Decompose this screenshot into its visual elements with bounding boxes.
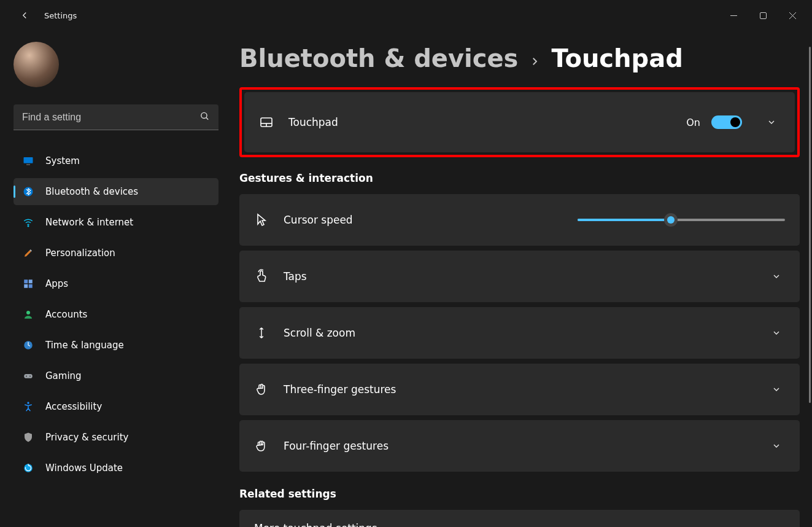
scroll-zoom-card[interactable]: Scroll & zoom [239,307,800,359]
svg-rect-11 [29,279,33,283]
sidebar-item-accessibility[interactable]: Accessibility [14,393,218,420]
avatar[interactable] [14,42,59,87]
section-heading-gestures: Gestures & interaction [239,172,800,184]
sidebar-item-privacy[interactable]: Privacy & security [14,424,218,451]
svg-rect-16 [24,374,33,378]
card-label: Touchpad [288,116,338,128]
card-label: Taps [284,270,307,283]
clock-globe-icon [22,339,34,351]
touchpad-toggle-card[interactable]: Touchpad On [244,92,795,152]
three-finger-card[interactable]: Three-finger gestures [239,364,800,415]
sidebar-item-label: Accounts [45,309,87,320]
sidebar-item-label: Personalization [45,248,115,259]
back-button[interactable] [12,3,37,28]
card-label: Three-finger gestures [284,383,396,396]
sidebar-item-label: Apps [45,278,68,289]
main-content: Bluetooth & devices Touchpad Touchpad On [227,31,812,527]
svg-point-19 [27,402,29,404]
touchpad-icon [259,114,274,130]
wifi-icon [22,216,34,228]
chevron-right-icon [529,55,540,70]
svg-rect-13 [29,284,33,288]
close-button[interactable] [778,6,807,25]
svg-point-9 [28,225,29,227]
sidebar-item-gaming[interactable]: Gaming [14,362,218,389]
person-icon [22,308,34,321]
gamepad-icon [22,370,34,382]
paintbrush-icon [22,247,34,259]
cursor-speed-slider[interactable] [578,213,785,227]
chevron-down-icon [768,385,785,394]
maximize-icon [760,12,767,19]
search-input[interactable] [14,104,218,130]
svg-point-4 [201,112,207,118]
three-finger-icon [254,382,269,397]
accessibility-icon [22,400,34,413]
section-heading-related: Related settings [239,488,800,500]
breadcrumb: Bluetooth & devices Touchpad [239,44,800,72]
page-title: Touchpad [551,44,682,72]
shield-icon [22,431,34,443]
svg-point-14 [26,311,30,314]
cursor-speed-card: Cursor speed [239,194,800,246]
svg-rect-6 [24,157,33,163]
tap-icon [254,269,269,284]
app-title: Settings [44,11,77,20]
sidebar-item-bluetooth-devices[interactable]: Bluetooth & devices [14,178,218,205]
sidebar-item-label: Network & internet [45,217,133,228]
sidebar-item-label: System [45,155,80,166]
close-icon [789,12,796,19]
sidebar: System Bluetooth & devices Network & int… [0,31,227,527]
toggle-switch[interactable] [711,115,742,129]
four-finger-icon [254,439,269,453]
sidebar-item-network[interactable]: Network & internet [14,209,218,236]
chevron-down-icon [768,328,785,338]
sidebar-item-apps[interactable]: Apps [14,270,218,297]
chevron-down-icon [768,441,785,451]
sidebar-item-accounts[interactable]: Accounts [14,301,218,328]
card-label: Four-finger gestures [284,440,389,452]
taps-card[interactable]: Taps [239,251,800,302]
update-icon [22,462,34,474]
monitor-icon [22,155,34,167]
minimize-button[interactable] [719,6,748,25]
sidebar-item-time-language[interactable]: Time & language [14,332,218,359]
card-label: Cursor speed [284,214,353,226]
search-box[interactable] [14,104,218,130]
window-controls [719,6,807,25]
sidebar-item-label: Windows Update [45,463,123,474]
svg-rect-1 [760,12,766,18]
sidebar-item-system[interactable]: System [14,147,218,174]
highlight-frame: Touchpad On [239,87,800,157]
chevron-down-icon[interactable] [763,117,780,127]
maximize-button[interactable] [748,6,778,25]
sidebar-item-personalization[interactable]: Personalization [14,240,218,267]
titlebar: Settings [0,0,812,31]
toggle-state-label: On [686,117,700,128]
minimize-icon [730,12,737,19]
four-finger-card[interactable]: Four-finger gestures [239,420,800,472]
svg-point-17 [26,375,27,377]
sidebar-item-label: Gaming [45,370,82,381]
sidebar-item-label: Time & language [45,340,124,351]
scrollbar[interactable] [809,47,811,403]
arrow-left-icon [19,10,30,21]
apps-icon [22,278,34,290]
svg-rect-12 [24,284,28,288]
cursor-icon [254,213,269,227]
more-touchpad-settings-card[interactable]: More touchpad settings [239,510,800,527]
svg-point-18 [29,375,31,377]
card-label: Scroll & zoom [284,327,355,339]
svg-rect-7 [26,164,30,165]
sidebar-item-windows-update[interactable]: Windows Update [14,455,218,482]
svg-rect-10 [24,279,28,283]
touchpad-toggle[interactable]: On [686,115,742,129]
sidebar-item-label: Bluetooth & devices [45,186,138,197]
bluetooth-icon [22,185,34,198]
sidebar-item-label: Privacy & security [45,432,128,443]
search-icon [199,111,210,124]
breadcrumb-parent[interactable]: Bluetooth & devices [239,44,518,72]
svg-line-5 [206,117,208,119]
sidebar-item-label: Accessibility [45,401,102,412]
scroll-icon [254,326,269,340]
